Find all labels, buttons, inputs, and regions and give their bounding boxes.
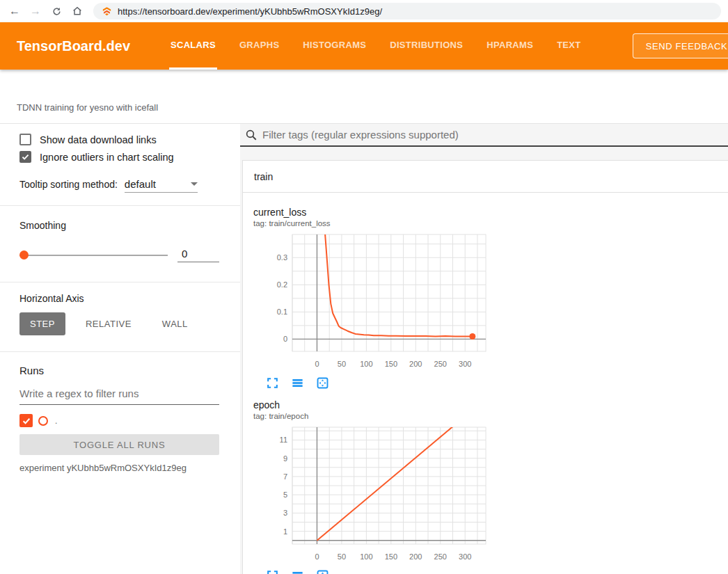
browser-toolbar: ← → https://tensorboard.dev/experiment/y…	[0, 0, 728, 22]
chart-card-current_loss: current_losstag: train/current_loss05010…	[253, 207, 491, 390]
chart-title: epoch	[253, 399, 491, 410]
svg-text:100: 100	[360, 552, 372, 561]
chart-plot-epoch[interactable]: 0501001502002503001357911	[253, 426, 490, 564]
horizontal-axis-label: Horizontal Axis	[19, 293, 219, 304]
send-feedback-button[interactable]: SEND FEEDBACK	[633, 33, 728, 58]
svg-text:150: 150	[385, 552, 397, 561]
section-header[interactable]: train	[243, 161, 728, 193]
svg-text:0: 0	[315, 360, 319, 368]
axis-option-step[interactable]: STEP	[19, 312, 65, 335]
svg-text:0.1: 0.1	[277, 308, 287, 316]
fit-domain-icon[interactable]	[316, 376, 329, 390]
nav-tabs: SCALARSGRAPHSHISTOGRAMSDISTRIBUTIONSHPAR…	[169, 22, 603, 70]
svg-text:200: 200	[409, 552, 422, 561]
expand-icon[interactable]	[266, 376, 279, 390]
chart-card-epoch: epochtag: train/epoch0501001502002503001…	[253, 399, 491, 574]
run-row: .	[19, 414, 219, 427]
divider	[0, 351, 240, 352]
section-label: train	[254, 171, 273, 182]
smoothing-value-input[interactable]: 0	[177, 248, 219, 262]
svg-text:100: 100	[360, 360, 372, 368]
svg-text:200: 200	[409, 360, 422, 368]
svg-text:300: 300	[459, 552, 471, 561]
filter-tags-placeholder: Filter tags (regular expressions support…	[262, 129, 459, 141]
expand-icon[interactable]	[266, 569, 279, 574]
chart-toolbar	[253, 569, 491, 574]
toggle-all-runs-button[interactable]: TOGGLE ALL RUNS	[19, 434, 219, 455]
reload-icon[interactable]	[47, 2, 65, 20]
run-color-swatch[interactable]	[38, 416, 48, 426]
svg-text:250: 250	[434, 552, 447, 561]
svg-text:50: 50	[338, 552, 346, 561]
svg-text:50: 50	[338, 360, 346, 368]
tooltip-sorting-label: Tooltip sorting method:	[19, 179, 118, 190]
runs-regex-input[interactable]: Write a regex to filter runs	[19, 388, 219, 405]
filter-tags-input[interactable]: Filter tags (regular expressions support…	[240, 124, 728, 147]
show-download-links-label: Show data download links	[40, 134, 157, 145]
experiment-title-band: TDNN training for yesno with icefall	[0, 70, 728, 124]
experiment-caption: experiment yKUbhb5wRmOSXYkId1z9eg	[19, 463, 219, 473]
chart-title: current_loss	[253, 207, 491, 218]
svg-text:150: 150	[385, 360, 397, 368]
show-download-links-checkbox[interactable]: Show data download links	[19, 134, 219, 145]
axis-option-relative[interactable]: RELATIVE	[75, 312, 142, 335]
horizontal-axis-buttons: STEPRELATIVEWALL	[19, 312, 219, 335]
search-icon	[245, 129, 258, 141]
svg-text:11: 11	[280, 436, 287, 444]
reload-glyph	[52, 6, 62, 17]
home-icon[interactable]	[68, 2, 86, 20]
checkbox-checked-icon	[19, 151, 31, 163]
svg-text:0: 0	[283, 335, 287, 343]
chart-plot-current_loss[interactable]: 05010015020025030000.10.20.3	[253, 233, 490, 371]
forward-icon[interactable]: →	[26, 2, 45, 20]
experiment-title: TDNN training for yesno with icefall	[17, 102, 158, 113]
run-checkbox[interactable]	[19, 414, 33, 427]
tooltip-sorting-select[interactable]: default	[125, 178, 198, 193]
app-header: TensorBoard.dev SCALARSGRAPHSHISTOGRAMSD…	[0, 22, 728, 70]
fit-domain-icon[interactable]	[316, 569, 329, 574]
svg-text:7: 7	[283, 472, 287, 481]
svg-text:5: 5	[283, 491, 287, 499]
charts-grid: current_losstag: train/current_loss05010…	[243, 193, 728, 574]
divider	[0, 205, 240, 206]
svg-text:3: 3	[283, 509, 287, 517]
brand-title: TensorBoard.dev	[17, 38, 130, 54]
data-table-icon[interactable]	[291, 376, 304, 390]
axis-option-wall[interactable]: WALL	[152, 312, 198, 335]
divider	[0, 282, 240, 282]
runs-label: Runs	[19, 365, 219, 376]
svg-text:0.3: 0.3	[277, 253, 287, 262]
home-glyph	[72, 6, 83, 17]
url-text: https://tensorboard.dev/experiment/yKUbh…	[118, 6, 382, 17]
slider-thumb[interactable]	[19, 250, 29, 260]
tab-scalars[interactable]: SCALARS	[169, 22, 217, 70]
chart-tag: tag: train/current_loss	[253, 219, 491, 228]
runs-regex-placeholder: Write a regex to filter runs	[19, 388, 139, 399]
url-bar[interactable]: https://tensorboard.dev/experiment/yKUbh…	[93, 3, 721, 19]
tab-histograms[interactable]: HISTOGRAMS	[301, 22, 367, 70]
tab-hparams[interactable]: HPARAMS	[485, 22, 535, 70]
ignore-outliers-label: Ignore outliers in chart scaling	[40, 152, 174, 163]
svg-text:0: 0	[315, 552, 319, 561]
chevron-down-icon	[191, 182, 198, 186]
run-name: .	[55, 416, 57, 426]
chart-toolbar	[253, 376, 491, 390]
checkbox-unchecked-icon	[19, 134, 31, 145]
tab-distributions[interactable]: DISTRIBUTIONS	[388, 22, 464, 70]
back-icon[interactable]: ←	[6, 2, 24, 20]
settings-sidebar: Show data download links Ignore outliers…	[0, 124, 240, 574]
main-content: Filter tags (regular expressions support…	[240, 124, 728, 574]
svg-text:1: 1	[283, 527, 287, 536]
tab-graphs[interactable]: GRAPHS	[238, 22, 280, 70]
svg-text:9: 9	[283, 454, 287, 463]
ignore-outliers-checkbox[interactable]: Ignore outliers in chart scaling	[19, 151, 219, 163]
train-section-card: train current_losstag: train/current_los…	[242, 160, 728, 574]
chart-tag: tag: train/epoch	[253, 412, 491, 420]
tab-text[interactable]: TEXT	[555, 22, 582, 70]
tooltip-sorting-value: default	[125, 178, 156, 190]
svg-text:250: 250	[434, 360, 447, 368]
tensorboard-favicon	[102, 6, 112, 17]
svg-text:0.2: 0.2	[277, 280, 287, 289]
data-table-icon[interactable]	[291, 569, 304, 574]
smoothing-slider[interactable]	[19, 255, 168, 256]
